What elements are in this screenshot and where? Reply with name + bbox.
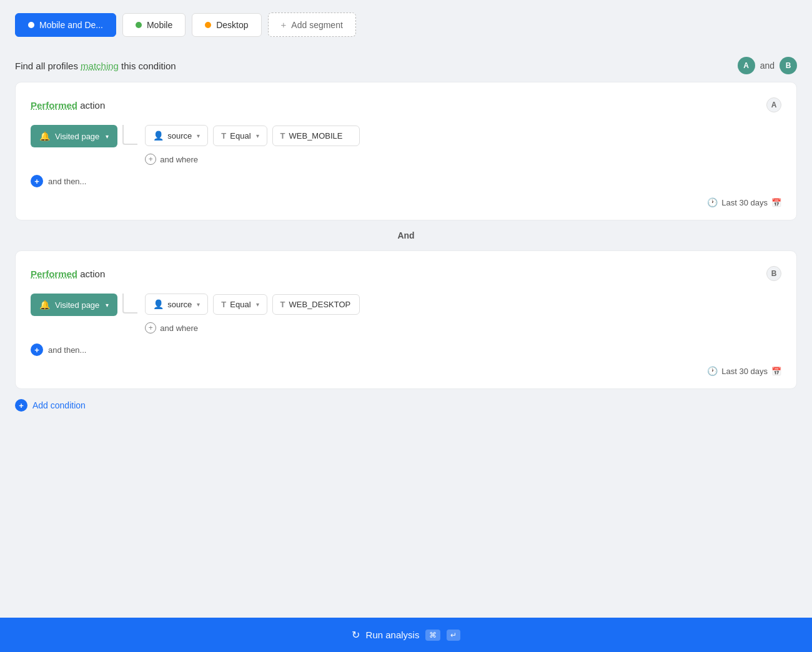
source-label-a: source bbox=[167, 131, 192, 141]
and-then-label-b: and then... bbox=[48, 345, 86, 355]
tab-dot-mobile-and-desktop bbox=[28, 22, 34, 28]
tab-add-segment[interactable]: + Add segment bbox=[268, 12, 356, 37]
and-separator: And bbox=[15, 220, 797, 250]
tab-label-mobile: Mobile bbox=[147, 20, 172, 30]
value-t-icon-a: T bbox=[280, 131, 285, 141]
badge-a: A bbox=[738, 57, 755, 74]
source-select-b[interactable]: 👤 source ▾ bbox=[145, 294, 208, 315]
chevron-down-icon-a: ▾ bbox=[106, 133, 109, 140]
calendar-icon-b[interactable]: 📅 bbox=[771, 367, 781, 376]
performed-label-b: Performed action bbox=[31, 269, 105, 279]
main-content: Find all profiles matching this conditio… bbox=[0, 47, 812, 469]
find-profiles-text: Find all profiles matching this conditio… bbox=[15, 61, 176, 71]
bell-icon-b: 🔔 bbox=[39, 300, 50, 310]
equal-icon-a: T bbox=[221, 131, 226, 141]
action-row-a: 🔔 Visited page ▾ 👤 source ▾ bbox=[31, 125, 781, 165]
value-t-icon-b: T bbox=[280, 300, 285, 309]
source-label-b: source bbox=[167, 300, 192, 309]
kbd-badge-1: ⌘ bbox=[425, 630, 440, 641]
time-row-b: 🕐 Last 30 days 📅 bbox=[31, 366, 781, 376]
performed-header-a: Performed action A bbox=[31, 97, 781, 112]
tab-mobile[interactable]: Mobile bbox=[122, 13, 186, 37]
tabs-bar: Mobile and De... Mobile Desktop + Add se… bbox=[0, 0, 812, 47]
time-label-a: Last 30 days bbox=[721, 198, 768, 207]
and-where-plus-b: + bbox=[145, 322, 156, 333]
chevron-down-icon-b: ▾ bbox=[106, 302, 109, 309]
value-text-b: WEB_DESKTOP bbox=[289, 300, 351, 309]
find-text-after: this condition bbox=[121, 61, 176, 71]
visited-page-button-b[interactable]: 🔔 Visited page ▾ bbox=[31, 294, 117, 316]
badge-and-text: and bbox=[760, 61, 775, 71]
filter-row-b: 👤 source ▾ T Equal ▾ T WEB_ bbox=[145, 294, 359, 315]
and-where-b[interactable]: + and where bbox=[145, 322, 359, 333]
filters-area-b: 👤 source ▾ T Equal ▾ T WEB_ bbox=[145, 294, 359, 333]
calendar-icon-a[interactable]: 📅 bbox=[771, 198, 781, 207]
visited-page-button-a[interactable]: 🔔 Visited page ▾ bbox=[31, 125, 117, 147]
run-icon: ↻ bbox=[352, 629, 360, 641]
find-text-before: Find all profiles bbox=[15, 61, 78, 71]
tab-desktop[interactable]: Desktop bbox=[192, 13, 261, 37]
run-analysis-label: Run analysis bbox=[366, 630, 420, 640]
source-select-a[interactable]: 👤 source ▾ bbox=[145, 125, 208, 146]
bell-icon-a: 🔔 bbox=[39, 131, 50, 141]
time-label-b: Last 30 days bbox=[721, 367, 768, 376]
tab-dot-desktop bbox=[205, 22, 211, 28]
add-condition-row[interactable]: + Add condition bbox=[15, 389, 797, 419]
and-then-row-a[interactable]: + and then... bbox=[31, 175, 781, 187]
performed-word-b: Performed bbox=[31, 269, 77, 279]
add-condition-plus-icon: + bbox=[15, 399, 27, 412]
equal-label-b: Equal bbox=[230, 300, 250, 309]
equal-caret-a: ▾ bbox=[256, 132, 259, 139]
clock-icon-a: 🕐 bbox=[707, 197, 718, 207]
ab-badges: A and B bbox=[738, 57, 797, 74]
equal-caret-b: ▾ bbox=[256, 301, 259, 308]
performed-word-a: Performed bbox=[31, 100, 77, 111]
condition-block-a: Performed action A 🔔 Visited page ▾ 👤 bbox=[15, 82, 797, 220]
condition-block-b: Performed action B 🔔 Visited page ▾ 👤 bbox=[15, 250, 797, 389]
and-where-plus-a: + bbox=[145, 154, 156, 165]
tab-label-mobile-and-desktop: Mobile and De... bbox=[39, 20, 103, 30]
tab-dot-mobile bbox=[136, 22, 142, 28]
value-input-b[interactable]: T WEB_DESKTOP bbox=[272, 294, 360, 315]
visited-page-label-a: Visited page bbox=[55, 132, 99, 141]
source-caret-a: ▾ bbox=[197, 132, 200, 139]
tab-mobile-and-desktop[interactable]: Mobile and De... bbox=[15, 13, 116, 37]
and-where-label-b: and where bbox=[160, 324, 198, 333]
badge-b: B bbox=[780, 57, 797, 74]
tab-label-desktop: Desktop bbox=[216, 20, 248, 30]
and-then-row-b[interactable]: + and then... bbox=[31, 343, 781, 356]
find-profiles-bar: Find all profiles matching this conditio… bbox=[15, 47, 797, 82]
find-text-matching: matching bbox=[81, 61, 119, 71]
add-condition-label: Add condition bbox=[32, 400, 86, 410]
equal-select-b[interactable]: T Equal ▾ bbox=[213, 294, 267, 315]
source-icon-a: 👤 bbox=[153, 131, 164, 141]
performed-label-a: Performed action bbox=[31, 100, 105, 111]
equal-icon-b: T bbox=[221, 300, 226, 309]
and-then-plus-a: + bbox=[31, 175, 43, 187]
kbd-badge-2: ↵ bbox=[447, 630, 460, 641]
equal-label-a: Equal bbox=[230, 131, 250, 141]
add-segment-plus-icon: + bbox=[281, 19, 287, 30]
filter-row-a: 👤 source ▾ T Equal ▾ T WEB_ bbox=[145, 125, 359, 146]
action-row-b: 🔔 Visited page ▾ 👤 source ▾ bbox=[31, 294, 781, 333]
value-text-a: WEB_MOBILE bbox=[289, 131, 343, 141]
performed-header-b: Performed action B bbox=[31, 266, 781, 281]
and-then-plus-b: + bbox=[31, 343, 43, 356]
and-where-a[interactable]: + and where bbox=[145, 154, 359, 165]
tab-label-add: Add segment bbox=[291, 20, 343, 30]
source-caret-b: ▾ bbox=[197, 301, 200, 308]
block-id-a: A bbox=[766, 97, 781, 112]
clock-icon-b: 🕐 bbox=[707, 366, 718, 376]
equal-select-a[interactable]: T Equal ▾ bbox=[213, 126, 267, 146]
and-where-label-a: and where bbox=[160, 155, 198, 164]
source-icon-b: 👤 bbox=[153, 299, 164, 309]
time-row-a: 🕐 Last 30 days 📅 bbox=[31, 197, 781, 207]
run-analysis-bar[interactable]: ↻ Run analysis ⌘ ↵ bbox=[0, 618, 812, 652]
filters-area-a: 👤 source ▾ T Equal ▾ T WEB_ bbox=[145, 125, 359, 165]
visited-page-label-b: Visited page bbox=[55, 300, 99, 310]
block-id-b: B bbox=[766, 266, 781, 281]
value-input-a[interactable]: T WEB_MOBILE bbox=[272, 126, 360, 146]
and-then-label-a: and then... bbox=[48, 177, 86, 186]
